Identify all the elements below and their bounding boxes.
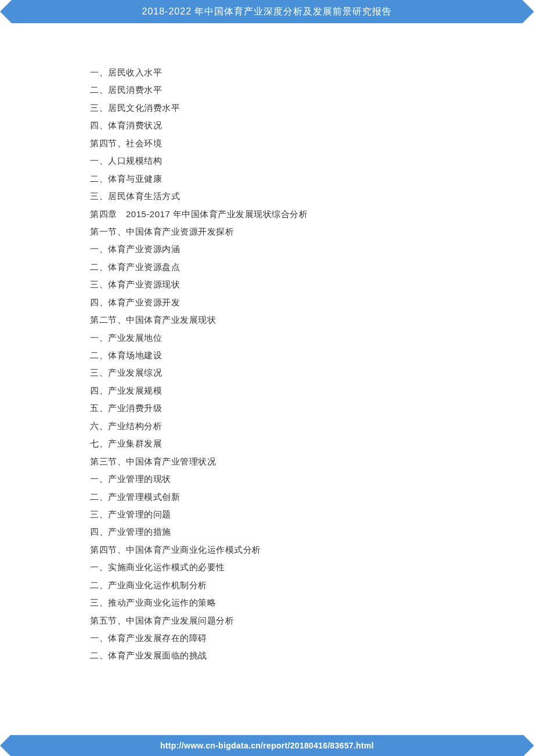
toc-line: 第四节、社会环境 [90, 135, 464, 152]
toc-line: 三、产业发展综况 [90, 364, 464, 381]
toc-line: 一、实施商业化运作模式的必要性 [90, 559, 464, 576]
toc-line: 四、产业管理的措施 [90, 523, 464, 541]
toc-line: 一、体育产业发展存在的障碍 [90, 629, 464, 647]
toc-line: 第四章 2015-2017 年中国体育产业发展现状综合分析 [90, 206, 464, 223]
toc-line: 二、体育场地建设 [90, 347, 464, 364]
toc-line: 二、体育产业资源盘点 [90, 258, 464, 276]
toc-line: 第一节、中国体育产业资源开发探析 [90, 223, 464, 240]
toc-line: 三、推动产业商业化运作的策略 [90, 594, 464, 611]
toc-line: 一、人口规模结构 [90, 152, 464, 170]
toc-line: 一、产业发展地位 [90, 329, 464, 347]
toc-line: 三、体育产业资源现状 [90, 276, 464, 293]
toc-line: 五、产业消费升级 [90, 399, 464, 417]
toc-line: 二、体育产业发展面临的挑战 [90, 647, 464, 664]
toc-line: 第三节、中国体育产业管理状况 [90, 453, 464, 470]
header-banner: 2018-2022 年中国体育产业深度分析及发展前景研究报告 [0, 0, 534, 23]
footer-url: http://www.cn-bigdata.cn/report/20180416… [160, 741, 374, 750]
toc-line: 四、体育产业资源开发 [90, 294, 464, 311]
toc-line: 七、产业集群发展 [90, 435, 464, 452]
toc-line: 三、居民文化消费水平 [90, 99, 464, 117]
toc-line: 二、产业管理模式创新 [90, 488, 464, 506]
toc-line: 第五节、中国体育产业发展问题分析 [90, 612, 464, 629]
toc-line: 三、产业管理的问题 [90, 506, 464, 523]
header-title: 2018-2022 年中国体育产业深度分析及发展前景研究报告 [142, 6, 392, 18]
toc-line: 二、体育与亚健康 [90, 170, 464, 188]
toc-line: 第二节、中国体育产业发展现状 [90, 311, 464, 329]
toc-line: 第四节、中国体育产业商业化运作模式分析 [90, 541, 464, 559]
toc-line: 六、产业结构分析 [90, 417, 464, 435]
toc-line: 二、产业商业化运作机制分析 [90, 577, 464, 594]
toc-line: 一、体育产业资源内涵 [90, 240, 464, 258]
toc-line: 四、产业发展规模 [90, 382, 464, 399]
content-area: 一、居民收入水平 二、居民消费水平 三、居民文化消费水平 四、体育消费状况 第四… [0, 23, 534, 676]
toc-line: 一、产业管理的现状 [90, 470, 464, 488]
toc-line: 二、居民消费水平 [90, 81, 464, 99]
toc-line: 四、体育消费状况 [90, 117, 464, 134]
footer-banner: http://www.cn-bigdata.cn/report/20180416… [0, 735, 534, 756]
toc-line: 三、居民体育生活方式 [90, 188, 464, 205]
toc-line: 一、居民收入水平 [90, 64, 464, 81]
